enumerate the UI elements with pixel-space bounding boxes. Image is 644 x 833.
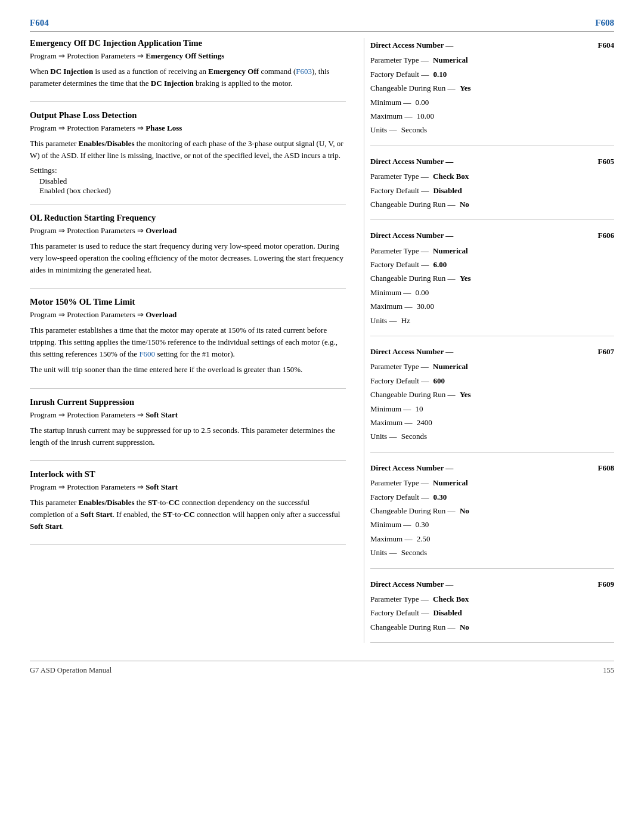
info-line-value: No [460,197,469,211]
page: F604 F608 Emergency Off DC Injection App… [0,0,644,833]
section-desc-emergency-off: When DC Injection is used as a function … [30,66,346,89]
info-line-value: 0.00 [416,286,429,299]
access-value: F607 [596,345,614,358]
info-detail-line: Units — Seconds [370,123,614,137]
info-block-motor-150: Direct Access Number — F607Parameter Typ… [370,336,614,453]
info-line-value: Numerical [433,53,467,67]
info-detail-line: Factory Default — 0.10 [370,67,614,81]
info-line-label: Units — [370,429,399,443]
info-line-label: Factory Default — [370,67,431,81]
section-title-inrush-current: Inrush Current Suppression [30,397,346,407]
info-line-label: Factory Default — [370,258,431,271]
info-detail-line: Parameter Type — Numerical [370,244,614,258]
access-label: Direct Access Number — [370,228,453,242]
info-line-label: Parameter Type — [370,53,431,67]
info-line-value: Yes [460,388,471,401]
footer-right: 155 [603,666,614,675]
info-line-label: Parameter Type — [370,244,431,258]
info-line-value: Numerical [433,360,467,373]
section-desc-interlock-st: This parameter Enables/Disables the ST-t… [30,497,346,532]
settings-item-output-phase-loss: Disabled [39,176,346,186]
section-desc-motor-150: The unit will trip sooner than the time … [30,364,346,376]
footer: G7 ASD Operation Manual 155 [30,661,614,675]
access-number-output-phase-loss: Direct Access Number — F605 [370,154,614,168]
info-detail-line: Parameter Type — Numerical [370,360,614,373]
section-inrush-current: Inrush Current SuppressionProgram ⇒ Prot… [30,389,346,461]
info-line-label: Factory Default — [370,490,431,504]
section-title-interlock-st: Interlock with ST [30,469,346,479]
access-label: Direct Access Number — [370,38,453,52]
info-line-label: Units — [370,546,399,559]
info-detail-line: Units — Hz [370,314,614,327]
section-path-output-phase-loss: Program ⇒ Protection Parameters ⇒ Phase … [30,123,346,133]
info-block-inrush-current: Direct Access Number — F608Parameter Typ… [370,453,614,569]
info-line-label: Changeable During Run — [370,388,457,401]
section-path-inrush-current: Program ⇒ Protection Parameters ⇒ Soft S… [30,410,346,420]
header-nav: F604 F608 [30,18,614,32]
info-line-label: Parameter Type — [370,169,431,183]
section-path-interlock-st: Program ⇒ Protection Parameters ⇒ Soft S… [30,482,346,492]
info-detail-line: Factory Default — Disabled [370,184,614,197]
info-line-label: Factory Default — [370,374,431,388]
info-line-value: Yes [460,271,471,285]
info-line-value: Check Box [433,592,469,606]
info-line-label: Parameter Type — [370,592,431,606]
section-path-ol-reduction: Program ⇒ Protection Parameters ⇒ Overlo… [30,226,346,236]
info-line-label: Minimum — [370,286,413,299]
info-line-value: 2.50 [417,532,431,546]
access-label: Direct Access Number — [370,461,453,475]
info-line-value: Disabled [433,606,462,620]
info-line-label: Factory Default — [370,606,431,620]
info-block-interlock-st: Direct Access Number — F609Parameter Typ… [370,569,614,643]
header-right-link[interactable]: F608 [595,18,614,28]
info-line-label: Minimum — [370,402,413,416]
access-label: Direct Access Number — [370,345,453,358]
info-line-value: 10.00 [417,109,434,123]
section-title-motor-150: Motor 150% OL Time Limit [30,297,346,307]
content-area: Emergency Off DC Injection Application T… [30,38,614,643]
info-detail-line: Parameter Type — Numerical [370,476,614,490]
info-line-label: Maximum — [370,532,414,546]
info-detail-line: Parameter Type — Numerical [370,53,614,67]
info-line-value: 0.10 [433,67,447,81]
section-path-emergency-off: Program ⇒ Protection Parameters ⇒ Emerge… [30,51,346,61]
info-line-label: Maximum — [370,416,414,429]
info-line-label: Parameter Type — [370,360,431,373]
info-block-emergency-off: Direct Access Number — F604Parameter Typ… [370,38,614,146]
info-line-value: 0.30 [416,518,429,531]
info-line-value: 10 [416,402,423,416]
section-title-ol-reduction: OL Reduction Starting Frequency [30,213,346,223]
info-line-value: Seconds [401,546,427,559]
section-emergency-off: Emergency Off DC Injection Application T… [30,38,346,102]
info-line-value: 6.00 [433,258,447,271]
settings-item-output-phase-loss: Enabled (box checked) [39,186,346,196]
info-line-value: Numerical [433,244,467,258]
info-line-value: Check Box [433,169,469,183]
info-line-value: Hz [401,314,410,327]
info-line-label: Changeable During Run — [370,197,457,211]
section-output-phase-loss: Output Phase Loss DetectionProgram ⇒ Pro… [30,102,346,204]
header-left-link[interactable]: F604 [30,18,49,28]
info-line-value: Disabled [433,184,462,197]
info-detail-line: Units — Seconds [370,429,614,443]
info-detail-line: Changeable During Run — Yes [370,81,614,95]
access-number-emergency-off: Direct Access Number — F604 [370,38,614,52]
section-desc-motor-150: This parameter establishes a time that t… [30,324,346,360]
info-detail-line: Maximum — 2400 [370,416,614,429]
info-line-value: Seconds [401,123,427,137]
info-detail-line: Changeable During Run — Yes [370,388,614,401]
info-detail-line: Minimum — 0.30 [370,518,614,531]
info-detail-line: Factory Default — 0.30 [370,490,614,504]
settings-label-output-phase-loss: Settings: [30,166,346,175]
access-number-inrush-current: Direct Access Number — F608 [370,461,614,475]
info-line-label: Changeable During Run — [370,620,457,634]
info-detail-line: Changeable During Run — Yes [370,271,614,285]
info-detail-line: Maximum — 30.00 [370,299,614,313]
section-interlock-st: Interlock with STProgram ⇒ Protection Pa… [30,461,346,545]
info-line-label: Changeable During Run — [370,504,457,518]
section-title-output-phase-loss: Output Phase Loss Detection [30,110,346,120]
info-line-label: Maximum — [370,109,414,123]
access-number-ol-reduction: Direct Access Number — F606 [370,228,614,242]
section-motor-150: Motor 150% OL Time LimitProgram ⇒ Protec… [30,289,346,389]
access-value: F605 [596,154,614,168]
